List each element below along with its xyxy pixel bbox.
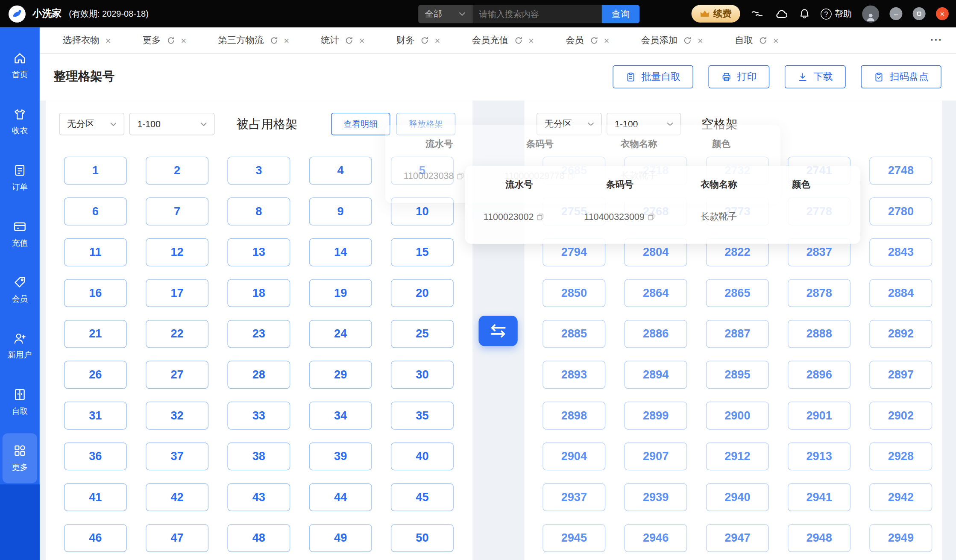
partition-select[interactable]: 无分区 bbox=[59, 113, 124, 135]
occupied-shelf-cell[interactable]: 42 bbox=[146, 483, 208, 511]
occupied-shelf-cell[interactable]: 48 bbox=[227, 524, 290, 552]
tab-1[interactable]: 选择衣物× bbox=[47, 27, 127, 53]
empty-shelf-cell[interactable]: 2892 bbox=[869, 320, 932, 348]
occupied-shelf-cell[interactable]: 22 bbox=[146, 320, 208, 348]
occupied-shelf-cell[interactable]: 23 bbox=[227, 320, 290, 348]
tab-close-icon[interactable]: × bbox=[604, 35, 610, 45]
occupied-shelf-cell[interactable]: 1 bbox=[64, 157, 127, 185]
occupied-shelf-cell[interactable]: 2 bbox=[146, 157, 208, 185]
empty-shelf-cell[interactable]: 2900 bbox=[706, 402, 769, 430]
empty-shelf-cell[interactable]: 2886 bbox=[625, 320, 687, 348]
tab-close-icon[interactable]: × bbox=[528, 35, 534, 45]
tab-3[interactable]: 第三方物流× bbox=[202, 27, 305, 53]
occupied-shelf-cell[interactable]: 16 bbox=[64, 279, 127, 307]
sidebar-item-self-pickup[interactable]: 自取 bbox=[3, 377, 37, 427]
empty-shelf-cell[interactable]: 2850 bbox=[543, 279, 605, 307]
occupied-shelf-cell[interactable]: 8 bbox=[227, 197, 290, 226]
occupied-shelf-cell[interactable]: 40 bbox=[391, 443, 454, 471]
empty-shelf-cell[interactable]: 2912 bbox=[706, 443, 769, 471]
occupied-shelf-cell[interactable]: 17 bbox=[146, 279, 208, 307]
occupied-shelf-cell[interactable]: 20 bbox=[391, 279, 454, 307]
bell-icon[interactable] bbox=[799, 8, 810, 20]
tab-close-icon[interactable]: × bbox=[773, 35, 779, 45]
tab-7[interactable]: 会员× bbox=[550, 27, 625, 53]
occupied-shelf-cell[interactable]: 28 bbox=[227, 361, 290, 389]
tab-close-icon[interactable]: × bbox=[284, 35, 289, 45]
empty-shelf-cell[interactable]: 2913 bbox=[788, 443, 850, 471]
sidebar-item-orders[interactable]: 订单 bbox=[3, 153, 37, 203]
download-button[interactable]: 下载 bbox=[785, 65, 846, 88]
empty-shelf-cell[interactable]: 2942 bbox=[869, 483, 932, 511]
empty-shelf-cell[interactable]: 2940 bbox=[706, 483, 769, 511]
occupied-shelf-cell[interactable]: 9 bbox=[309, 197, 372, 226]
empty-shelf-cell[interactable]: 2901 bbox=[788, 402, 850, 430]
occupied-shelf-cell[interactable]: 46 bbox=[64, 524, 127, 552]
cloud-sync-icon[interactable] bbox=[774, 9, 789, 19]
tab-close-icon[interactable]: × bbox=[181, 35, 187, 45]
tab-9[interactable]: 自取× bbox=[719, 27, 795, 53]
occupied-shelf-cell[interactable]: 47 bbox=[146, 524, 208, 552]
occupied-shelf-cell[interactable]: 29 bbox=[309, 361, 372, 389]
empty-shelf-cell[interactable]: 2895 bbox=[706, 361, 769, 389]
occupied-shelf-cell[interactable]: 3 bbox=[227, 157, 290, 185]
tab-2[interactable]: 更多× bbox=[127, 27, 202, 53]
empty-shelf-cell[interactable]: 2941 bbox=[788, 483, 850, 511]
sidebar-item-receive-clothes[interactable]: 收衣 bbox=[3, 97, 37, 147]
occupied-shelf-cell[interactable]: 30 bbox=[391, 361, 454, 389]
sidebar-item-members[interactable]: 会员 bbox=[3, 265, 37, 315]
tab-close-icon[interactable]: × bbox=[698, 35, 703, 45]
empty-shelf-cell[interactable]: 2897 bbox=[869, 361, 932, 389]
maximize-button[interactable] bbox=[913, 7, 926, 20]
occupied-shelf-cell[interactable]: 49 bbox=[309, 524, 372, 552]
empty-shelf-cell[interactable]: 2884 bbox=[869, 279, 932, 307]
occupied-shelf-cell[interactable]: 18 bbox=[227, 279, 290, 307]
scan-inventory-button[interactable]: 扫码盘点 bbox=[861, 65, 941, 88]
empty-shelf-cell[interactable]: 2865 bbox=[706, 279, 769, 307]
occupied-shelf-cell[interactable]: 11 bbox=[64, 238, 127, 267]
occupied-shelf-cell[interactable]: 33 bbox=[227, 402, 290, 430]
empty-shelf-cell[interactable]: 2948 bbox=[788, 524, 850, 552]
occupied-shelf-cell[interactable]: 44 bbox=[309, 483, 372, 511]
occupied-shelf-cell[interactable]: 27 bbox=[146, 361, 208, 389]
sidebar-item-recharge[interactable]: 充值 bbox=[3, 209, 37, 259]
renew-button[interactable]: 续费 bbox=[692, 5, 740, 22]
empty-shelf-cell[interactable]: 2899 bbox=[625, 402, 687, 430]
tab-5[interactable]: 财务× bbox=[381, 27, 456, 53]
occupied-shelf-cell[interactable]: 14 bbox=[309, 238, 372, 267]
occupied-shelf-cell[interactable]: 19 bbox=[309, 279, 372, 307]
empty-shelf-cell[interactable]: 2946 bbox=[625, 524, 687, 552]
empty-shelf-cell[interactable]: 2893 bbox=[543, 361, 605, 389]
empty-shelf-cell[interactable]: 2885 bbox=[543, 320, 605, 348]
sidebar-item-home[interactable]: 首页 bbox=[3, 41, 37, 91]
empty-shelf-cell[interactable]: 2780 bbox=[869, 197, 932, 226]
swap-button[interactable] bbox=[478, 316, 517, 346]
search-button[interactable]: 查询 bbox=[602, 5, 639, 23]
view-detail-button[interactable]: 查看明细 bbox=[331, 113, 390, 135]
empty-shelf-cell[interactable]: 2898 bbox=[543, 402, 605, 430]
occupied-shelf-cell[interactable]: 35 bbox=[391, 402, 454, 430]
close-button[interactable]: × bbox=[936, 7, 949, 20]
empty-shelf-cell[interactable]: 2947 bbox=[706, 524, 769, 552]
occupied-shelf-cell[interactable]: 41 bbox=[64, 483, 127, 511]
occupied-shelf-cell[interactable]: 26 bbox=[64, 361, 127, 389]
occupied-shelf-cell[interactable]: 37 bbox=[146, 443, 208, 471]
empty-shelf-cell[interactable]: 2937 bbox=[543, 483, 605, 511]
tab-close-icon[interactable]: × bbox=[435, 35, 440, 45]
avatar[interactable] bbox=[862, 5, 879, 22]
empty-shelf-cell[interactable]: 2864 bbox=[625, 279, 687, 307]
occupied-shelf-cell[interactable]: 38 bbox=[227, 443, 290, 471]
tab-8[interactable]: 会员添加× bbox=[625, 27, 718, 53]
occupied-shelf-cell[interactable]: 15 bbox=[391, 238, 454, 267]
occupied-shelf-cell[interactable]: 32 bbox=[146, 402, 208, 430]
wave-icon[interactable] bbox=[751, 9, 764, 18]
occupied-shelf-cell[interactable]: 36 bbox=[64, 443, 127, 471]
occupied-shelf-cell[interactable]: 12 bbox=[146, 238, 208, 267]
empty-shelf-cell[interactable]: 2904 bbox=[543, 443, 605, 471]
sidebar-item-new-user[interactable]: 新用户 bbox=[3, 321, 37, 371]
search-input[interactable] bbox=[472, 5, 602, 23]
occupied-shelf-cell[interactable]: 34 bbox=[309, 402, 372, 430]
occupied-shelf-cell[interactable]: 13 bbox=[227, 238, 290, 267]
tab-close-icon[interactable]: × bbox=[106, 35, 111, 45]
empty-shelf-cell[interactable]: 2894 bbox=[625, 361, 687, 389]
occupied-shelf-cell[interactable]: 25 bbox=[391, 320, 454, 348]
